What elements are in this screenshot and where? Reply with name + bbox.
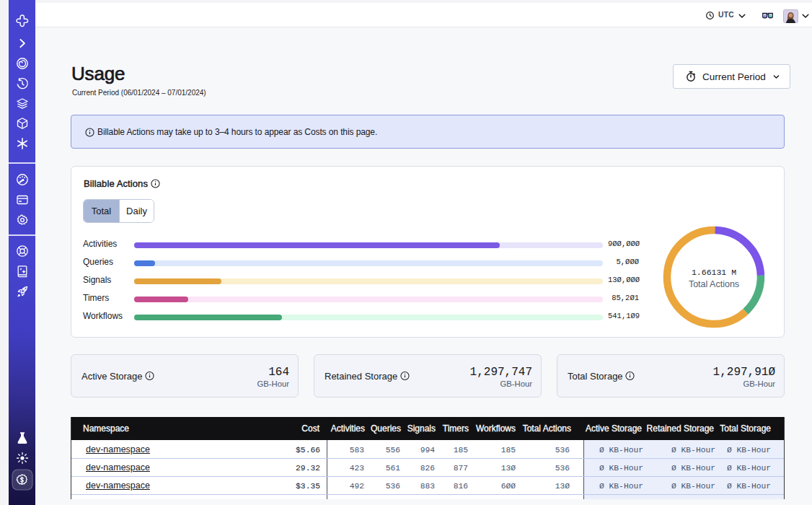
svg-text:1.66131 M: 1.66131 M bbox=[692, 268, 736, 277]
svg-text:Total Actions: Total Actions bbox=[689, 279, 739, 289]
